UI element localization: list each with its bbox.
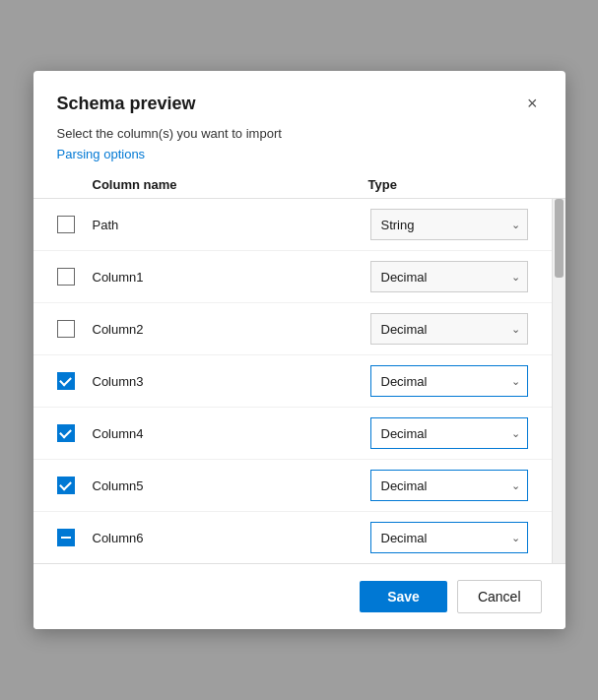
checkbox-cell [57,477,93,494]
row-name-row-col3: Column3 [93,374,370,389]
table-body-wrapper: PathStringDecimalIntegerBooleanDate⌄Colu… [33,199,565,563]
row-name-row-col1: Column1 [93,270,370,285]
type-select-wrapper-row-col1: StringDecimalIntegerBooleanDate⌄ [370,261,528,292]
type-select-row-col1[interactable]: StringDecimalIntegerBooleanDate [370,261,528,292]
table-body: PathStringDecimalIntegerBooleanDate⌄Colu… [33,199,552,563]
checkbox-cell [57,320,93,338]
table-row: Column5StringDecimalIntegerBooleanDate⌄ [33,460,552,512]
type-header: Type [368,177,526,192]
type-select-wrapper-row-path: StringDecimalIntegerBooleanDate⌄ [370,209,528,240]
schema-preview-modal: Schema preview × Select the column(s) yo… [33,71,565,629]
type-select-wrapper-row-col2: StringDecimalIntegerBooleanDate⌄ [370,313,528,345]
table-row: Column6StringDecimalIntegerBooleanDate⌄ [33,512,552,563]
modal-footer: Save Cancel [33,563,565,629]
type-select-wrapper-row-col6: StringDecimalIntegerBooleanDate⌄ [370,522,528,553]
table-row: PathStringDecimalIntegerBooleanDate⌄ [33,199,552,251]
table-row: Column4StringDecimalIntegerBooleanDate⌄ [33,408,552,460]
row-checkbox-row-col4[interactable] [57,424,75,442]
row-checkbox-row-col1[interactable] [57,268,75,286]
checkbox-cell [57,216,93,233]
type-select-wrapper-row-col3: StringDecimalIntegerBooleanDate⌄ [370,365,528,397]
row-checkbox-row-path[interactable] [57,216,75,233]
checkbox-cell [57,424,93,442]
modal-header: Schema preview × [33,71,565,126]
checkbox-cell [57,372,93,390]
type-select-wrapper-row-col5: StringDecimalIntegerBooleanDate⌄ [370,470,528,501]
type-select-row-col2[interactable]: StringDecimalIntegerBooleanDate [370,313,528,345]
table-row: Column1StringDecimalIntegerBooleanDate⌄ [33,251,552,303]
type-select-wrapper-row-col4: StringDecimalIntegerBooleanDate⌄ [370,417,528,449]
modal-title: Schema preview [57,94,196,114]
type-select-row-path[interactable]: StringDecimalIntegerBooleanDate [370,209,528,240]
type-select-row-col6[interactable]: StringDecimalIntegerBooleanDate [370,522,528,553]
row-name-row-col4: Column4 [93,426,370,441]
row-name-row-col6: Column6 [93,531,370,545]
row-checkbox-row-col6[interactable] [57,529,75,546]
row-name-row-path: Path [93,218,370,232]
modal-subtitle: Select the column(s) you want to import [33,126,565,147]
type-select-row-col5[interactable]: StringDecimalIntegerBooleanDate [370,470,528,501]
row-name-row-col2: Column2 [93,322,370,337]
parsing-options-link[interactable]: Parsing options [33,147,565,171]
type-select-row-col4[interactable]: StringDecimalIntegerBooleanDate [370,417,528,449]
scrollbar-thumb [555,199,564,278]
row-checkbox-row-col2[interactable] [57,320,75,338]
custom-scrollbar[interactable] [552,199,565,563]
table-row: Column2StringDecimalIntegerBooleanDate⌄ [33,303,552,355]
cancel-button[interactable]: Cancel [457,580,542,613]
table-row: Column3StringDecimalIntegerBooleanDate⌄ [33,355,552,408]
row-checkbox-row-col5[interactable] [57,477,75,494]
row-checkbox-row-col3[interactable] [57,372,75,390]
checkbox-cell [57,529,93,546]
table-header: Column name Type [33,171,565,199]
column-name-header: Column name [93,177,368,192]
save-button[interactable]: Save [360,581,447,612]
row-name-row-col5: Column5 [93,478,370,493]
checkbox-cell [57,268,93,286]
close-button[interactable]: × [523,91,542,116]
type-select-row-col3[interactable]: StringDecimalIntegerBooleanDate [370,365,528,397]
